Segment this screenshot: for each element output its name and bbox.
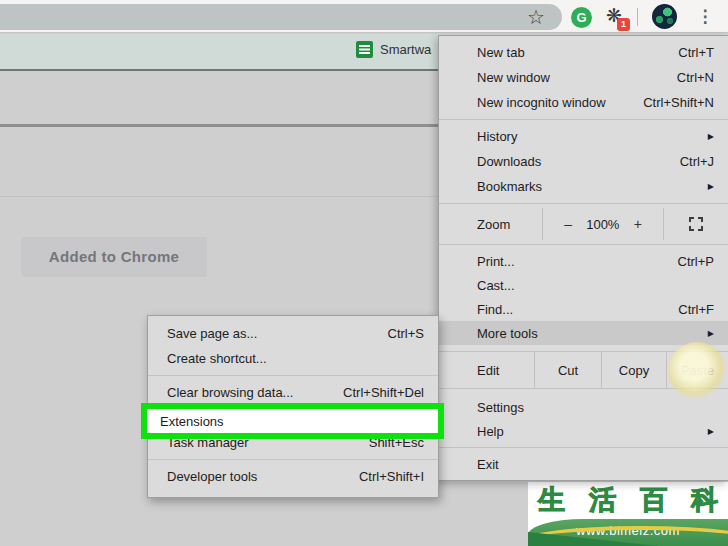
- menu-item-label: Settings: [477, 400, 524, 415]
- chrome-menu: New tab Ctrl+T New window Ctrl+N New inc…: [438, 35, 728, 481]
- shortcut-label: Ctrl+Shift+Del: [343, 385, 424, 400]
- zoom-out-button[interactable]: –: [564, 216, 572, 232]
- menu-item-bookmarks[interactable]: Bookmarks ▶: [439, 174, 728, 199]
- sheets-bookmark[interactable]: Smartwa: [356, 41, 431, 58]
- menu-item-exit[interactable]: Exit: [439, 452, 728, 476]
- menu-item-label: New incognito window: [477, 95, 606, 110]
- zoom-label: Zoom: [477, 217, 510, 232]
- submenu-item-clear-browsing-data[interactable]: Clear browsing data... Ctrl+Shift+Del: [148, 380, 438, 405]
- bimeiz-watermark: 生 活 百 科 www.bimeiz.com: [528, 482, 728, 546]
- menu-item-new-tab[interactable]: New tab Ctrl+T: [439, 40, 728, 65]
- submenu-item-save-page-as[interactable]: Save page as... Ctrl+S: [148, 321, 438, 346]
- menu-item-label: Exit: [477, 457, 499, 472]
- browser-toolbar: ☆ G ❋ 1 ⋮: [0, 0, 728, 33]
- menu-separator: [148, 375, 438, 376]
- menu-item-label: Find...: [477, 302, 513, 317]
- menu-item-label: Save page as...: [167, 326, 257, 341]
- menu-item-help[interactable]: Help ▶: [439, 419, 728, 443]
- added-to-chrome-button[interactable]: Added to Chrome: [21, 237, 207, 277]
- menu-item-label: Cast...: [477, 278, 515, 293]
- menu-separator: [148, 459, 438, 460]
- cut-button[interactable]: Cut: [534, 352, 601, 388]
- menu-item-cast[interactable]: Cast...: [439, 273, 728, 297]
- submenu-item-extensions[interactable]: Extensions: [141, 403, 444, 439]
- menu-separator: [439, 244, 728, 245]
- toolbar-divider: [637, 8, 638, 26]
- shortcut-label: Ctrl+P: [678, 254, 714, 269]
- grammarly-extension-icon[interactable]: G: [571, 7, 592, 28]
- menu-zoom-row: Zoom – 100% +: [439, 208, 728, 240]
- shortcut-label: Ctrl+J: [680, 154, 714, 169]
- menu-item-label: History: [477, 129, 517, 144]
- watermark-green-swoosh: [528, 532, 658, 546]
- fullscreen-icon[interactable]: [689, 217, 703, 231]
- menu-item-new-window[interactable]: New window Ctrl+N: [439, 65, 728, 90]
- shortcut-label: Ctrl+T: [678, 45, 714, 60]
- submenu-item-developer-tools[interactable]: Developer tools Ctrl+Shift+I: [148, 464, 438, 489]
- chrome-menu-icon[interactable]: ⋮: [693, 4, 717, 29]
- menu-item-label: New window: [477, 70, 550, 85]
- bookmark-label: Smartwa: [380, 42, 431, 57]
- browser-window: ☆ G ❋ 1 ⋮ Smartwa Added to Chrome New ta…: [0, 0, 728, 546]
- menu-separator: [439, 119, 728, 120]
- menu-item-label: Bookmarks: [477, 179, 542, 194]
- menu-separator: [439, 447, 728, 448]
- submenu-arrow-icon: ▶: [708, 329, 714, 338]
- profile-avatar[interactable]: [652, 4, 677, 29]
- watermark-title: 生 活 百 科: [528, 482, 728, 517]
- submenu-arrow-icon: ▶: [708, 132, 714, 141]
- shortcut-label: Ctrl+Shift+N: [643, 95, 714, 110]
- menu-item-label: Downloads: [477, 154, 541, 169]
- bookmark-star-icon[interactable]: ☆: [527, 4, 545, 30]
- sheets-icon: [356, 41, 373, 58]
- submenu-item-create-shortcut[interactable]: Create shortcut...: [148, 346, 438, 371]
- menu-item-print[interactable]: Print... Ctrl+P: [439, 249, 728, 273]
- shortcut-label: Ctrl+N: [677, 70, 714, 85]
- menu-item-label: Print...: [477, 254, 515, 269]
- menu-item-more-tools[interactable]: More tools ▶: [439, 321, 728, 345]
- extension-badge: 1: [617, 18, 630, 31]
- zoom-in-button[interactable]: +: [634, 216, 642, 232]
- menu-item-label: Create shortcut...: [167, 351, 267, 366]
- menu-separator: [439, 203, 728, 204]
- menu-item-settings[interactable]: Settings: [439, 395, 728, 419]
- menu-item-downloads[interactable]: Downloads Ctrl+J: [439, 149, 728, 174]
- shortcut-label: Ctrl+F: [678, 302, 714, 317]
- menu-item-label: Extensions: [160, 414, 224, 429]
- menu-item-find[interactable]: Find... Ctrl+F: [439, 297, 728, 321]
- menu-item-label: More tools: [477, 326, 538, 341]
- menu-item-label: Clear browsing data...: [167, 385, 293, 400]
- shortcut-label: Ctrl+S: [388, 326, 424, 341]
- submenu-arrow-icon: ▶: [708, 182, 714, 191]
- menu-item-label: New tab: [477, 45, 525, 60]
- submenu-arrow-icon: ▶: [708, 427, 714, 436]
- click-indicator: [668, 342, 726, 400]
- zoom-level-value: 100%: [586, 217, 619, 232]
- edit-label: Edit: [477, 363, 499, 378]
- menu-item-history[interactable]: History ▶: [439, 124, 728, 149]
- address-bar[interactable]: [0, 4, 562, 30]
- copy-button[interactable]: Copy: [601, 352, 666, 388]
- menu-item-label: Developer tools: [167, 469, 257, 484]
- menu-item-new-incognito-window[interactable]: New incognito window Ctrl+Shift+N: [439, 90, 728, 115]
- shortcut-label: Ctrl+Shift+I: [359, 469, 424, 484]
- menu-item-label: Help: [477, 424, 504, 439]
